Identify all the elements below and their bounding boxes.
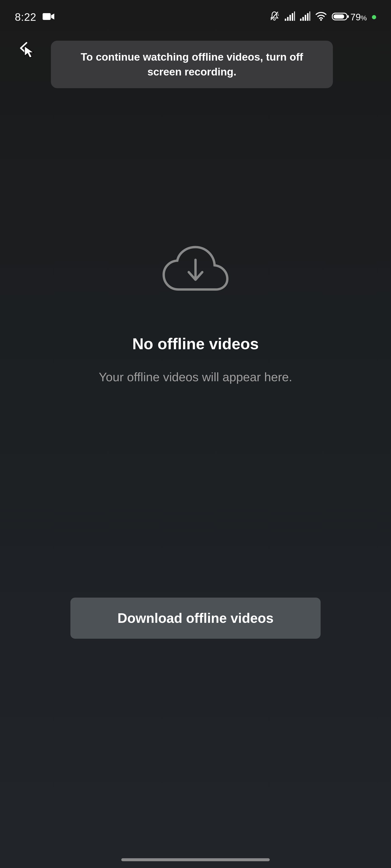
cloud-download-icon xyxy=(159,245,232,299)
empty-state-subtitle: Your offline videos will appear here. xyxy=(99,370,292,384)
download-offline-videos-button[interactable]: Download offline videos xyxy=(70,598,321,639)
toast-message: To continue watching offline videos, tur… xyxy=(64,50,320,79)
cursor-icon xyxy=(23,45,38,60)
svg-rect-12 xyxy=(307,13,308,21)
svg-rect-10 xyxy=(302,17,304,21)
svg-rect-16 xyxy=(334,14,344,19)
back-button[interactable] xyxy=(17,41,38,62)
header-area: To continue watching offline videos, tur… xyxy=(0,32,391,88)
download-button-label: Download offline videos xyxy=(118,611,273,626)
status-bar-right: 79% xyxy=(269,10,376,24)
signal-1-icon xyxy=(285,11,295,23)
empty-state: No offline videos Your offline videos wi… xyxy=(0,245,391,384)
battery-icon xyxy=(332,11,349,23)
svg-rect-13 xyxy=(309,11,310,21)
home-indicator[interactable] xyxy=(121,858,270,861)
screen-recording-toast: To continue watching offline videos, tur… xyxy=(51,41,333,88)
status-time: 8:22 xyxy=(15,11,36,23)
svg-rect-0 xyxy=(42,13,51,20)
wifi-icon xyxy=(315,11,327,23)
battery-percentage: 79% xyxy=(351,12,367,23)
svg-rect-4 xyxy=(285,19,286,21)
svg-point-14 xyxy=(320,19,322,21)
video-recording-icon xyxy=(42,11,54,23)
svg-rect-17 xyxy=(348,15,349,18)
svg-rect-8 xyxy=(294,11,295,21)
status-bar: 8:22 xyxy=(0,0,391,32)
signal-2-icon xyxy=(300,11,310,23)
empty-state-title: No offline videos xyxy=(132,335,259,353)
svg-rect-9 xyxy=(300,19,302,21)
svg-rect-11 xyxy=(305,15,306,21)
svg-rect-7 xyxy=(292,13,293,21)
status-bar-left: 8:22 xyxy=(15,11,54,23)
svg-rect-5 xyxy=(287,17,289,21)
privacy-indicator-dot xyxy=(372,15,376,19)
mute-icon xyxy=(269,10,280,24)
svg-rect-6 xyxy=(290,15,291,21)
battery-status: 79% xyxy=(332,11,367,23)
